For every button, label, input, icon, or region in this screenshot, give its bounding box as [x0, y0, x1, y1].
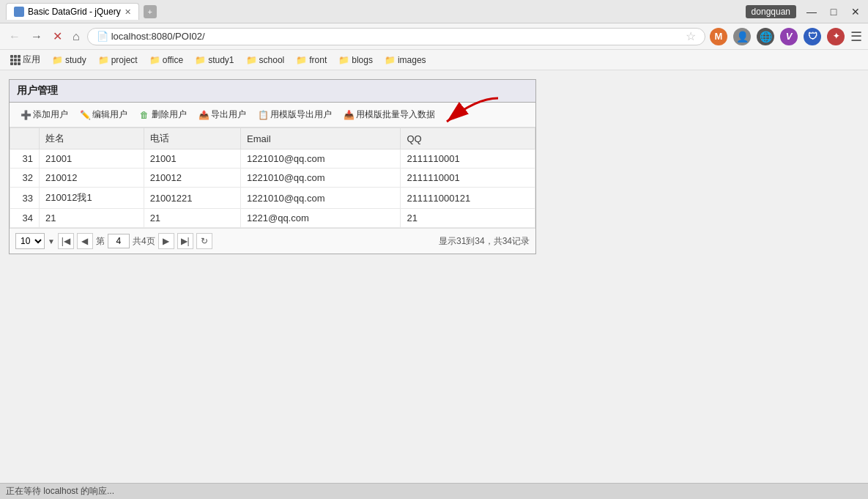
browser-icon-extend[interactable]: ✦ [827, 28, 845, 45]
col-email-header: Email [241, 128, 401, 149]
bookmark-apps[interactable]: 应用 [6, 52, 45, 67]
prev-page-button[interactable]: ◀ [77, 233, 93, 249]
table-row[interactable]: 32 210012 210012 1221010@qq.com 21111100… [10, 169, 535, 188]
new-tab-button[interactable]: + [144, 5, 157, 18]
template-import-button[interactable]: 📥 用模版批量导入数据 [338, 106, 440, 123]
template-export-icon: 📋 [258, 110, 268, 120]
row-qq: 2111110001 [401, 149, 535, 169]
refresh-button[interactable]: ↻ [196, 233, 212, 249]
bookmark-study1[interactable]: 📁 study1 [190, 53, 238, 67]
template-export-label: 用模版导出用户 [270, 108, 332, 121]
back-button[interactable]: ← [6, 29, 23, 45]
template-export-button[interactable]: 📋 用模版导出用户 [253, 106, 337, 123]
user-badge: dongquan [746, 5, 796, 18]
bookmark-study1-label: study1 [208, 55, 234, 65]
folder-icon: 📁 [338, 55, 349, 65]
bookmark-school[interactable]: 📁 school [242, 53, 289, 67]
title-bar-right: dongquan — □ ✕ [746, 5, 862, 18]
row-num: 32 [10, 169, 40, 188]
delete-user-label: 删除用户 [152, 108, 187, 121]
bookmark-apps-label: 应用 [23, 53, 40, 66]
last-page-button[interactable]: ▶| [177, 233, 193, 249]
col-name-header: 姓名 [40, 128, 144, 149]
row-name: 210012我1 [40, 188, 144, 209]
bookmark-star-icon[interactable]: ☆ [686, 29, 696, 43]
bookmark-office[interactable]: 📁 office [145, 53, 188, 67]
bookmark-images-label: images [398, 55, 426, 65]
address-bar: ← → ✕ ⌂ 📄 localhost:8080/POI02/ ☆ M 👤 🌐 … [0, 23, 868, 50]
delete-icon: 🗑 [139, 110, 149, 120]
bookmark-project[interactable]: 📁 project [94, 53, 142, 67]
row-phone: 21001 [144, 149, 240, 169]
table-body: 31 21001 21001 1221010@qq.com 2111110001… [10, 149, 535, 228]
add-user-button[interactable]: ➕ 添加用户 [15, 106, 73, 123]
delete-user-button[interactable]: 🗑 删除用户 [134, 106, 192, 123]
col-qq-header: QQ [401, 128, 535, 149]
home-button[interactable]: ⌂ [70, 29, 83, 45]
page-size-arrow: ▼ [48, 237, 55, 245]
close-button[interactable]: ✕ [849, 5, 862, 18]
row-email: 1221@qq.com [241, 209, 401, 228]
tab-favicon [14, 7, 24, 17]
bookmark-office-label: office [163, 55, 183, 65]
row-name: 21001 [40, 149, 144, 169]
folder-icon: 📁 [385, 55, 396, 65]
browser-icon-v[interactable]: V [780, 28, 798, 45]
bookmark-study-label: study [65, 55, 86, 65]
row-email: 1221010@qq.com [241, 149, 401, 169]
row-qq: 211111000121 [401, 188, 535, 209]
browser-menu-button[interactable]: ☰ [850, 29, 862, 45]
browser-icon-m[interactable]: M [710, 28, 727, 45]
export-user-label: 导出用户 [211, 108, 246, 121]
url-bar[interactable]: 📄 localhost:8080/POI02/ ☆ [87, 28, 705, 45]
minimize-button[interactable]: — [805, 5, 818, 18]
page-size-select[interactable]: 10 20 50 [15, 233, 45, 249]
table-header: 姓名 电话 Email QQ [10, 128, 535, 149]
bookmark-front[interactable]: 📁 front [292, 53, 331, 67]
title-bar-left: Basic DataGrid - jQuery ✕ + [6, 3, 157, 20]
row-phone: 21 [144, 209, 240, 228]
bookmark-front-label: front [309, 55, 327, 65]
datagrid-toolbar: ➕ 添加用户 ✏️ 编辑用户 🗑 删除用户 📤 导出用户 📋 用模版导出用户 📥 [10, 103, 535, 127]
page-number-input[interactable] [108, 234, 130, 248]
col-phone-header: 电话 [144, 128, 240, 149]
forward-button[interactable]: → [28, 29, 45, 45]
folder-icon: 📁 [246, 55, 257, 65]
browser-tab[interactable]: Basic DataGrid - jQuery ✕ [6, 3, 139, 20]
bookmark-study[interactable]: 📁 study [48, 53, 91, 67]
lock-icon: 📄 [97, 31, 108, 42]
pagination-left: 10 20 50 ▼ |◀ ◀ 第 共4页 ▶ ▶| ↻ [15, 233, 212, 249]
table-row[interactable]: 33 210012我1 21001221 1221010@qq.com 2111… [10, 188, 535, 209]
edit-user-button[interactable]: ✏️ 编辑用户 [75, 106, 133, 123]
title-bar: Basic DataGrid - jQuery ✕ + dongquan — □… [0, 0, 868, 23]
bookmark-blogs[interactable]: 📁 blogs [334, 53, 377, 67]
export-icon: 📤 [199, 110, 209, 120]
folder-icon: 📁 [52, 55, 63, 65]
row-qq: 21 [401, 209, 535, 228]
export-user-button[interactable]: 📤 导出用户 [193, 106, 251, 123]
folder-icon: 📁 [98, 55, 109, 65]
folder-icon: 📁 [149, 55, 160, 65]
table-row[interactable]: 31 21001 21001 1221010@qq.com 2111110001 [10, 149, 535, 169]
browser-icon-shield[interactable]: 🛡 [804, 28, 821, 45]
first-page-button[interactable]: |◀ [58, 233, 74, 249]
pagination-status: 显示31到34，共34记录 [439, 235, 530, 248]
bookmark-images[interactable]: 📁 images [380, 53, 431, 67]
bookmark-blogs-label: blogs [352, 55, 373, 65]
bookmarks-bar: 应用 📁 study 📁 project 📁 office 📁 study1 📁… [0, 50, 868, 70]
folder-icon: 📁 [296, 55, 307, 65]
add-user-label: 添加用户 [33, 108, 68, 121]
apps-icon [10, 55, 21, 65]
row-num: 31 [10, 149, 40, 169]
add-icon: ➕ [21, 110, 31, 120]
next-page-button[interactable]: ▶ [158, 233, 174, 249]
table-row[interactable]: 34 21 21 1221@qq.com 21 [10, 209, 535, 228]
row-num: 34 [10, 209, 40, 228]
total-pages-label: 共4页 [133, 235, 155, 248]
maximize-button[interactable]: □ [827, 5, 840, 18]
browser-icon-globe[interactable]: 🌐 [757, 28, 774, 45]
pagination: 10 20 50 ▼ |◀ ◀ 第 共4页 ▶ ▶| ↻ 显示31到34，共34… [10, 228, 535, 254]
tab-close-button[interactable]: ✕ [125, 7, 131, 17]
reload-button[interactable]: ✕ [50, 28, 65, 45]
browser-icon-person[interactable]: 👤 [733, 28, 751, 45]
